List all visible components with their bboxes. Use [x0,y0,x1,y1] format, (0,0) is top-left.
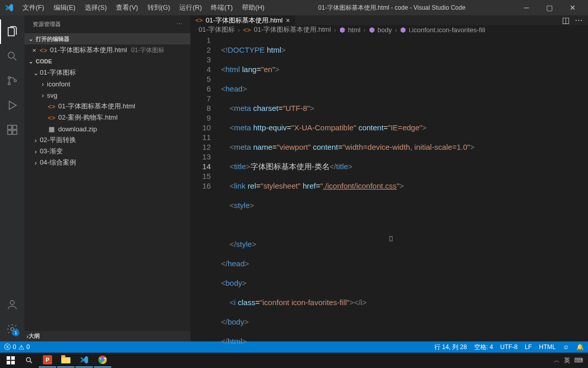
tree-folder-03[interactable]: › 03-渐变 [24,146,190,157]
open-editors-label: 打开的编辑器 [36,35,69,43]
title-bar: 文件(F) 编辑(E) 选择(S) 查看(V) 转到(G) 运行(R) 终端(T… [0,0,588,15]
minimize-button[interactable]: ─ [515,0,538,15]
taskbar-powerpoint-icon[interactable]: P [39,353,56,367]
menu-file[interactable]: 文件(F) [18,1,48,14]
html-file-icon: <> [195,17,203,24]
tree-label: 01-字体图标 [40,68,76,77]
status-errors-count: 0 [13,343,16,351]
menu-select[interactable]: 选择(S) [81,1,111,14]
taskbar-vscode-icon[interactable] [76,353,93,367]
menu-terminal[interactable]: 终端(T) [207,1,237,14]
menu-goto[interactable]: 转到(G) [143,1,175,14]
settings-badge: 1 [12,329,19,336]
activity-extensions-icon[interactable] [0,118,24,142]
tree-label: iconfont [47,80,70,88]
svg-rect-13 [11,361,15,364]
activity-scm-icon[interactable] [0,68,24,93]
maximize-button[interactable]: ▢ [538,0,561,15]
crumb-file[interactable]: 01-字体图标基本使用.html [254,25,331,34]
crumb-folder[interactable]: 01-字体图标 [199,25,235,34]
html-file-icon: <> [47,114,56,122]
svg-rect-11 [11,356,15,360]
tree-label: 02-案例-购物车.html [58,113,117,122]
menu-view[interactable]: 查看(V) [112,1,142,14]
activity-explorer-icon[interactable] [0,19,24,44]
svg-rect-12 [7,361,10,364]
crumb-symbol[interactable]: html [348,26,361,34]
open-editors-header[interactable]: ⌄ 打开的编辑器 [24,33,190,44]
window-controls: ─ ▢ ✕ [515,0,584,15]
error-icon: ⓧ [4,342,11,352]
tree-file-02[interactable]: <> 02-案例-购物车.html [24,112,190,123]
tab-bar: <> 01-字体图标基本使用.html × ◫ ⋯ [190,15,588,25]
svg-text:P: P [45,357,49,363]
code-content[interactable]: <!DOCTYPE html> <html lang="en"> <head> … [221,34,588,365]
sidebar-title: 资源管理器 ⋯ [24,15,190,33]
vscode-logo-icon [4,3,14,13]
main-area: 1 资源管理器 ⋯ ⌄ 打开的编辑器 × <> 01-字体图标基本使用.html… [0,15,588,341]
activity-search-icon[interactable] [0,44,24,68]
start-button[interactable] [2,353,19,367]
outline-header[interactable]: › 大纲 [24,330,190,341]
tab-label: 01-字体图标基本使用.html [206,16,283,25]
svg-point-14 [27,358,31,362]
activity-account-icon[interactable] [0,292,24,317]
tab-close-icon[interactable]: × [286,16,290,25]
tree-folder-iconfont[interactable]: › iconfont [24,78,190,89]
close-button[interactable]: ✕ [561,0,584,15]
open-editor-item[interactable]: × <> 01-字体图标基本使用.html 01-字体图标 [24,44,190,56]
tree-label: 03-渐变 [40,147,63,156]
chevron-down-icon: ⌄ [27,36,35,42]
close-icon[interactable]: × [30,47,39,54]
chevron-right-icon: › [333,26,337,34]
split-editor-icon[interactable]: ◫ [562,15,570,25]
chevron-right-icon: › [362,26,366,34]
activity-settings-icon[interactable]: 1 [0,317,24,341]
tree-label: svg [47,91,57,99]
crumb-symbol[interactable]: body [378,26,392,34]
sidebar-title-label: 资源管理器 [33,20,61,28]
svg-point-1 [8,77,10,79]
chevron-right-icon: › [32,148,40,155]
symbol-icon: ⬢ [339,26,345,34]
status-warnings-count: 0 [27,343,30,351]
html-file-icon: <> [47,103,56,110]
taskbar-file-explorer-icon[interactable] [57,353,75,367]
menu-run[interactable]: 运行(R) [175,1,206,14]
activity-debug-icon[interactable] [0,93,24,118]
explorer-sidebar: 资源管理器 ⋯ ⌄ 打开的编辑器 × <> 01-字体图标基本使用.html 0… [24,15,190,341]
svg-rect-4 [8,125,12,129]
tree-folder-01[interactable]: ⌄ 01-字体图标 [24,67,190,78]
editor-actions: ◫ ⋯ [557,15,588,25]
tree-folder-04[interactable]: › 04-综合案例 [24,157,190,168]
tree-folder-02[interactable]: › 02-平面转换 [24,134,190,146]
chevron-right-icon: › [32,159,40,167]
taskbar-chrome-icon[interactable] [94,353,111,367]
chevron-down-icon: ⌄ [27,58,35,65]
crumb-symbol[interactable]: i.iconfont.icon-favorites-fill [409,26,485,34]
code-editor[interactable]: 1 2 3 4 5 6 7 8 9 10 11 12 13 14 15 16 <… [190,34,588,365]
svg-point-3 [14,80,16,82]
window-title: 01-字体图标基本使用.html - code - Visual Studio … [268,4,515,12]
breadcrumb[interactable]: 01-字体图标 › <> 01-字体图标基本使用.html › ⬢ html ›… [190,25,588,34]
chevron-right-icon: › [394,26,398,34]
chevron-right-icon: › [39,80,47,88]
html-file-icon: <> [39,47,48,54]
tree-label: 01-字体图标基本使用.html [58,102,135,111]
more-actions-icon[interactable]: ⋯ [575,15,583,25]
svg-rect-6 [8,130,12,134]
menu-help[interactable]: 帮助(H) [238,1,268,14]
sidebar-more-icon[interactable]: ⋯ [177,21,182,28]
svg-rect-5 [13,125,17,129]
line-gutter: 1 2 3 4 5 6 7 8 9 10 11 12 13 14 15 16 [190,34,221,365]
open-editor-label: 01-字体图标基本使用.html [50,45,127,55]
tree-file-01[interactable]: <> 01-字体图标基本使用.html [24,101,190,112]
workspace-header[interactable]: ⌄ CODE [24,56,190,67]
menu-edit[interactable]: 编辑(E) [50,1,80,14]
status-errors[interactable]: ⓧ 0 ⚠ 0 [4,342,30,352]
tab-file[interactable]: <> 01-字体图标基本使用.html × [190,15,296,25]
mouse-cursor-icon [389,236,393,241]
tree-folder-svg[interactable]: › svg [24,89,190,101]
taskbar-search-icon[interactable] [20,353,38,367]
tree-file-zip[interactable]: ▦ download.zip [24,123,190,134]
